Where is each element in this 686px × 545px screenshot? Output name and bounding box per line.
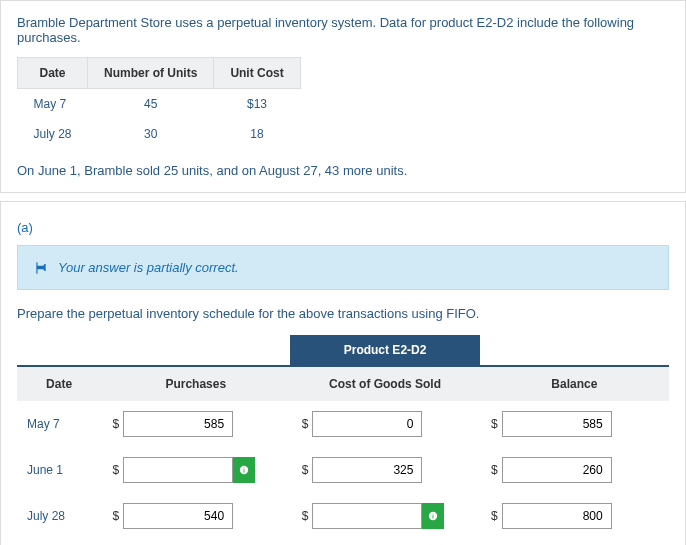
dollar-sign: $ <box>296 417 308 431</box>
cell-balance: $ <box>480 401 669 447</box>
dollar-sign: $ <box>296 509 308 523</box>
cell-balance: $ <box>480 447 669 493</box>
table-row: July 28 30 18 <box>18 119 301 149</box>
cell-cost: 18 <box>214 119 300 149</box>
purchases-input[interactable] <box>123 457 233 483</box>
cell-cogs: $ <box>290 401 479 447</box>
cell-cogs: $ <box>290 493 479 539</box>
cell-date: May 7 <box>17 401 101 447</box>
cogs-input[interactable] <box>312 457 422 483</box>
schedule-row: July 28$$$ <box>17 493 669 539</box>
feedback-text: Your answer is partially correct. <box>58 260 239 275</box>
cell-purchases: $ <box>101 539 290 545</box>
dollar-sign: $ <box>296 463 308 477</box>
schedule-row: June 1$$$ <box>17 447 669 493</box>
cell-cogs: $ <box>290 539 479 545</box>
svg-rect-5 <box>433 514 434 515</box>
dollar-sign: $ <box>486 509 498 523</box>
cell-purchases: $ <box>101 447 290 493</box>
dollar-sign: $ <box>107 417 119 431</box>
col-cogs: Cost of Goods Sold <box>290 366 479 401</box>
cell-cogs: $ <box>290 447 479 493</box>
balance-input[interactable] <box>502 411 612 437</box>
feedback-alert: Your answer is partially correct. <box>17 245 669 290</box>
problem-panel: Bramble Department Store uses a perpetua… <box>0 0 686 193</box>
svg-rect-2 <box>244 468 245 469</box>
dollar-sign: $ <box>107 509 119 523</box>
cell-purchases: $ <box>101 493 290 539</box>
schedule-row: Aug. 27$$$ <box>17 539 669 545</box>
dollar-sign: $ <box>486 417 498 431</box>
cell-date: July 28 <box>17 493 101 539</box>
col-date: Date <box>18 58 88 89</box>
info-marker-icon <box>422 503 444 529</box>
empty-header <box>480 335 669 366</box>
col-units: Number of Units <box>88 58 214 89</box>
problem-intro: Bramble Department Store uses a perpetua… <box>17 15 669 45</box>
purchases-input[interactable] <box>123 411 233 437</box>
schedule-row: May 7$$$ <box>17 401 669 447</box>
cell-balance: $ <box>480 539 669 545</box>
flag-icon <box>34 261 48 275</box>
product-header: Product E2-D2 <box>290 335 479 366</box>
instruction-text: Prepare the perpetual inventory schedule… <box>17 306 669 321</box>
cell-date: June 1 <box>17 447 101 493</box>
col-purchases: Purchases <box>101 366 290 401</box>
dollar-sign: $ <box>107 463 119 477</box>
cogs-input[interactable] <box>312 503 422 529</box>
answer-panel: (a) Your answer is partially correct. Pr… <box>0 201 686 545</box>
cell-purchases: $ <box>101 401 290 447</box>
svg-rect-4 <box>433 515 434 518</box>
cell-units: 45 <box>88 89 214 120</box>
col-balance: Balance <box>480 366 669 401</box>
cell-date: July 28 <box>18 119 88 149</box>
cell-date: May 7 <box>18 89 88 120</box>
balance-input[interactable] <box>502 503 612 529</box>
schedule-table: Product E2-D2 Date Purchases Cost of Goo… <box>17 335 669 545</box>
balance-input[interactable] <box>502 457 612 483</box>
info-marker-icon <box>233 457 255 483</box>
dollar-sign: $ <box>486 463 498 477</box>
cell-date: Aug. 27 <box>17 539 101 545</box>
table-row: May 7 45 $13 <box>18 89 301 120</box>
problem-note: On June 1, Bramble sold 25 units, and on… <box>17 163 669 178</box>
svg-rect-1 <box>244 469 245 472</box>
cell-units: 30 <box>88 119 214 149</box>
cell-balance: $ <box>480 493 669 539</box>
purchases-table: Date Number of Units Unit Cost May 7 45 … <box>17 57 301 149</box>
cogs-input[interactable] <box>312 411 422 437</box>
empty-header <box>17 335 101 366</box>
purchases-input[interactable] <box>123 503 233 529</box>
cell-cost: $13 <box>214 89 300 120</box>
empty-header <box>101 335 290 366</box>
col-date: Date <box>17 366 101 401</box>
part-label: (a) <box>17 216 669 245</box>
col-cost: Unit Cost <box>214 58 300 89</box>
